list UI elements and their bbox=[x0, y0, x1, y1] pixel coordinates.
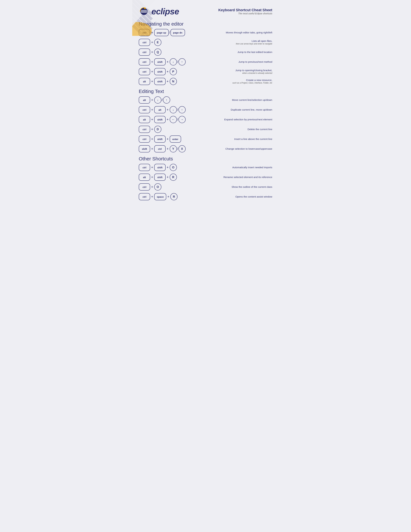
shortcut-desc: Jump to the last edited location bbox=[199, 50, 272, 54]
plus-separator: + bbox=[167, 117, 169, 122]
keys-side: ctrl+E bbox=[139, 39, 199, 46]
shortcut-main-desc: Create a new resource, bbox=[202, 78, 272, 82]
key-: ↑ bbox=[179, 106, 186, 113]
plus-separator: + bbox=[151, 195, 153, 199]
shortcut-main-desc: Jump to opening/closing bracket, bbox=[202, 69, 272, 72]
shortcut-main-desc: Opens the content assist window bbox=[202, 195, 272, 198]
shortcut-row: alt+shift+NCreate a new resource,such as… bbox=[139, 77, 272, 86]
shortcut-sub-desc: then use arrow keys and enter to navigat… bbox=[202, 43, 272, 45]
slash-separator: / bbox=[177, 60, 178, 64]
shortcut-main-desc: Insert a line above the current line bbox=[202, 137, 272, 141]
key-: ← bbox=[170, 116, 177, 123]
section-title-other: Other Shortcuts bbox=[139, 156, 272, 162]
shortcut-main-desc: Jump to previous/next method bbox=[202, 60, 272, 64]
key-ctrl: ctrl bbox=[139, 183, 150, 190]
svg-point-13 bbox=[144, 8, 146, 9]
key-ctrl: ctrl bbox=[139, 68, 150, 75]
key-ctrl: ctrl bbox=[139, 164, 150, 171]
keys-side: shift+ctrl+Y/X bbox=[139, 145, 199, 152]
shortcut-row: ctrl+OShow the outline of the current cl… bbox=[139, 183, 272, 191]
key-ctrl: ctrl bbox=[139, 39, 150, 46]
plus-separator: + bbox=[167, 195, 169, 199]
key-alt: alt bbox=[139, 96, 150, 104]
keys-side: alt+shift+N bbox=[139, 78, 199, 85]
keys-side: ctrl+D bbox=[139, 126, 199, 133]
keys-side: alt+shift+R bbox=[139, 174, 199, 181]
shortcut-main-desc: Rename selected element and its referenc… bbox=[202, 176, 272, 179]
slash-separator: / bbox=[177, 147, 178, 151]
shortcut-row: ctrl+ELists all open files,then use arro… bbox=[139, 38, 272, 47]
key-ctrl: ctrl bbox=[139, 193, 150, 200]
plus-separator: + bbox=[167, 147, 169, 151]
shortcut-row: ctrl+DDelete the current line bbox=[139, 125, 272, 133]
shortcut-desc: Moves through editor tabs, going right/l… bbox=[199, 31, 272, 34]
key-shift: shift bbox=[154, 174, 166, 181]
key-r: R bbox=[170, 174, 177, 181]
eclipse-logo-icon bbox=[139, 6, 149, 17]
shortcut-row: ctrl+QJump to the last edited location bbox=[139, 48, 272, 56]
shortcut-row: ctrl+space+ROpens the content assist win… bbox=[139, 192, 272, 201]
plus-separator: + bbox=[151, 127, 153, 131]
keys-side: ctrl+shift+↓/↑ bbox=[139, 58, 199, 66]
key-o: O bbox=[154, 183, 161, 190]
keys-side: ctrl+shift+O bbox=[139, 164, 199, 171]
key-x: X bbox=[179, 145, 186, 152]
keys-side: ctrl+O bbox=[139, 183, 199, 190]
plus-separator: + bbox=[167, 108, 169, 112]
key-: ↓ bbox=[170, 106, 177, 113]
key-pagedn: page dn bbox=[171, 29, 185, 36]
plus-separator: + bbox=[167, 69, 169, 74]
plus-separator: + bbox=[151, 60, 153, 64]
shortcut-desc: Insert a line above the current line bbox=[199, 137, 272, 141]
shortcut-row: ctrl+shift+OAutomatically insert needed … bbox=[139, 163, 272, 172]
key-ctrl: ctrl bbox=[139, 106, 150, 113]
keys-side: ctrl+shift+enter bbox=[139, 135, 199, 143]
key-shift: shift bbox=[139, 145, 150, 152]
shortcut-desc: Delete the current line bbox=[199, 128, 272, 131]
shortcut-main-desc: Jump to the last edited location bbox=[202, 50, 272, 54]
shortcut-row: ctrl+shift+↓/↑Jump to previous/next meth… bbox=[139, 58, 272, 66]
shortcut-row: alt+↓/↑Move current line/selection up/do… bbox=[139, 96, 272, 104]
plus-separator: + bbox=[151, 40, 153, 45]
key-space: space bbox=[154, 193, 166, 200]
plus-separator: + bbox=[151, 50, 153, 54]
key-q: Q bbox=[154, 48, 161, 56]
shortcut-row: ctrl+shift+PJump to opening/closing brac… bbox=[139, 67, 272, 76]
plus-separator: + bbox=[151, 147, 153, 151]
key-shift: shift bbox=[154, 78, 166, 85]
key-alt: alt bbox=[139, 116, 150, 123]
shortcut-main-desc: Automatically insert needed imports bbox=[202, 166, 272, 169]
shortcut-main-desc: Move current line/selection up/down bbox=[202, 98, 272, 102]
shortcut-main-desc: Show the outline of the current class bbox=[202, 185, 272, 189]
key-ctrl: ctrl bbox=[139, 48, 150, 56]
key-shift: shift bbox=[154, 68, 166, 75]
key-alt: alt bbox=[154, 106, 166, 113]
keys-side: ctrl+Q bbox=[139, 48, 199, 56]
shortcut-desc: Rename selected element and its referenc… bbox=[199, 176, 272, 179]
shortcut-desc: Change selection to lowercase/uppercase bbox=[199, 147, 272, 151]
plus-separator: + bbox=[167, 79, 169, 84]
keys-side: alt+↓/↑ bbox=[139, 96, 199, 104]
shortcut-main-desc: Change selection to lowercase/uppercase bbox=[202, 147, 272, 151]
key-ctrl: ctrl bbox=[154, 145, 166, 152]
plus-separator: + bbox=[167, 175, 169, 179]
key-alt: alt bbox=[139, 174, 150, 181]
key-p: P bbox=[170, 68, 177, 75]
keys-side: ctrl+shift+P bbox=[139, 68, 199, 75]
keys-side: ctrl+space+R bbox=[139, 193, 199, 200]
shortcut-main-desc: Lists all open files, bbox=[202, 39, 272, 43]
plus-separator: + bbox=[167, 165, 169, 170]
shortcut-desc: Duplicate current line, move up/down bbox=[199, 108, 272, 111]
key-: ↑ bbox=[179, 58, 186, 66]
plus-separator: + bbox=[151, 117, 153, 122]
slash-separator: / bbox=[169, 30, 170, 35]
shortcut-sub-desc: when a bracket is already selected bbox=[202, 72, 272, 75]
shortcut-row: shift+ctrl+Y/XChange selection to lowerc… bbox=[139, 145, 272, 153]
shortcut-row: ctrl+alt+↓/↑Duplicate current line, move… bbox=[139, 105, 272, 114]
keys-side: alt+shift+←/→ bbox=[139, 116, 199, 123]
logo-area: eclipse bbox=[139, 6, 179, 17]
key-shift: shift bbox=[154, 135, 166, 143]
shortcut-sub-desc: such as a Project, Class, Interface, Fol… bbox=[202, 82, 272, 84]
shortcut-desc: Jump to previous/next method bbox=[199, 60, 272, 64]
key-e: E bbox=[154, 39, 161, 46]
